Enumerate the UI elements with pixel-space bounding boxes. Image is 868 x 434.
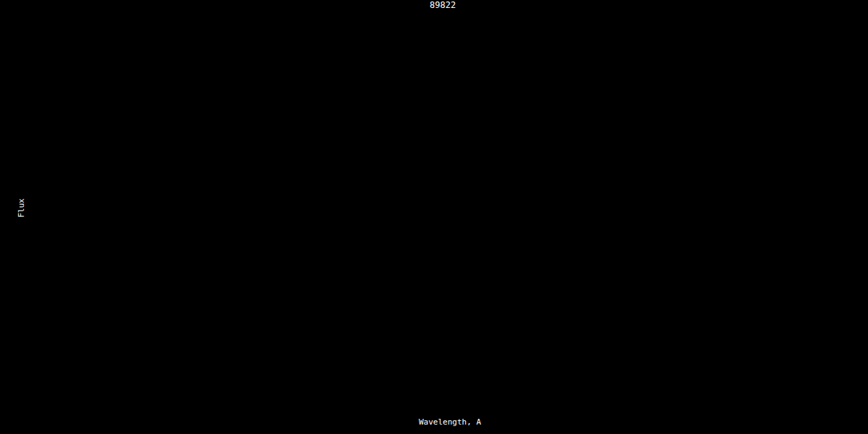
spectrum-plot-window: 89822 Wavelength, A Flux xyxy=(0,0,868,434)
y-axis-label: Flux xyxy=(17,198,26,218)
spectrum-plot-canvas xyxy=(0,0,868,434)
x-axis-label: Wavelength, A xyxy=(419,417,481,427)
plot-title: 89822 xyxy=(430,1,456,10)
